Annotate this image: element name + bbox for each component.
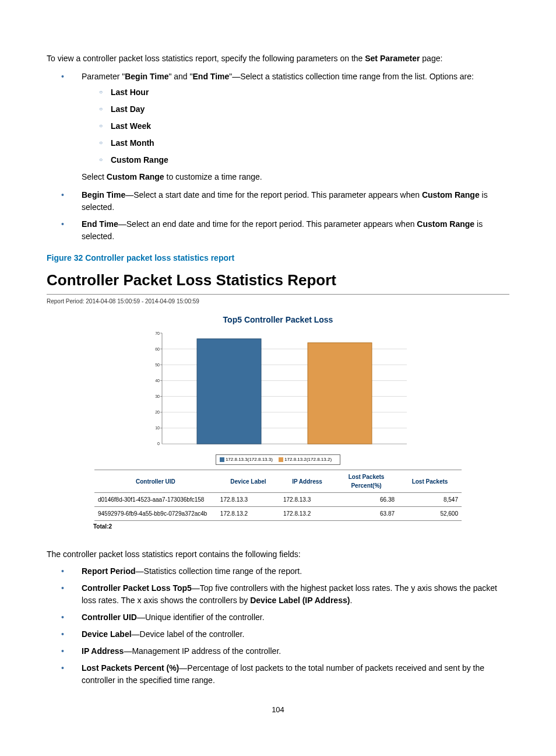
legend-item: 172.8.13.3(172.8.13.3) [220, 456, 273, 463]
list-item: Controller Packet Loss Top5—Top five con… [61, 582, 509, 607]
svg-text:70: 70 [155, 331, 160, 335]
option-item: Last Day [99, 103, 509, 116]
list-item: Controller UID—Unique identifier of the … [61, 611, 509, 624]
figure-caption: Figure 32 Controller packet loss statist… [47, 252, 509, 264]
col-header: Device Label [217, 470, 280, 493]
col-header: Controller UID [94, 470, 217, 493]
svg-text:60: 60 [155, 347, 160, 351]
post-intro: The controller packet loss statistics re… [47, 548, 509, 561]
svg-text:10: 10 [155, 426, 160, 430]
legend-swatch-icon [220, 457, 224, 462]
report-embed: Controller Packet Loss Statistics Report… [47, 269, 509, 531]
options-list: Last Hour Last Day Last Week Last Month … [82, 86, 509, 166]
table-row: d0146f8d-30f1-4523-aaa7-173036bfc158 172… [94, 493, 462, 507]
list-item: End Time—Select an end date and time for… [61, 218, 509, 243]
bar-chart: 0 10 20 30 40 [141, 330, 415, 452]
svg-text:20: 20 [155, 410, 160, 414]
list-item: Report Period—Statistics collection time… [61, 565, 509, 578]
intro-bold: Set Parameter [365, 54, 420, 63]
divider [47, 294, 509, 295]
list-item: Device Label—Device label of the control… [61, 628, 509, 640]
chart-title: Top5 Controller Packet Loss [47, 314, 509, 326]
option-item: Last Month [99, 137, 509, 149]
list-item: Begin Time—Select a start date and time … [61, 189, 509, 214]
sub-note: Select Custom Range to customize a time … [82, 171, 509, 183]
legend-swatch-icon [279, 457, 283, 462]
intro-paragraph: To view a controller packet loss statist… [47, 52, 509, 65]
svg-text:0: 0 [157, 442, 160, 446]
parameter-list: Parameter "Begin Time" and "End Time"—Se… [47, 71, 509, 243]
fields-list: Report Period—Statistics collection time… [47, 565, 509, 687]
list-item: Parameter "Begin Time" and "End Time"—Se… [61, 71, 509, 183]
table-row: 94592979-6fb9-4a55-bb9c-0729a372ac4b 172… [94, 507, 462, 521]
legend-item: 172.8.13.2(172.8.13.2) [279, 456, 332, 463]
table-total: Total:2 [93, 522, 509, 531]
option-item: Last Week [99, 120, 509, 132]
table-header-row: Controller UID Device Label IP Address L… [94, 470, 462, 493]
intro-suffix: page: [420, 54, 442, 63]
list-item: Lost Packets Percent (%)—Percentage of l… [61, 662, 509, 687]
svg-text:40: 40 [155, 379, 160, 383]
report-title: Controller Packet Loss Statistics Report [47, 269, 509, 292]
option-item: Last Hour [99, 86, 509, 99]
list-item: IP Address—Management IP address of the … [61, 645, 509, 657]
svg-text:50: 50 [155, 363, 160, 367]
col-header: Lost Packets [398, 470, 462, 493]
intro-prefix: To view a controller packet loss statist… [47, 54, 365, 63]
page-number: 104 [47, 704, 509, 716]
bar-series-1 [197, 339, 261, 444]
data-table: Controller UID Device Label IP Address L… [94, 470, 462, 521]
col-header: Lost Packets Percent(%) [335, 470, 398, 493]
chart-legend: 172.8.13.3(172.8.13.3) 172.8.13.2(172.8.… [216, 454, 340, 465]
bar-series-2 [308, 343, 372, 444]
option-item: Custom Range [99, 154, 509, 166]
chart-container: Top5 Controller Packet Loss 0 10 [47, 314, 509, 521]
svg-text:30: 30 [155, 394, 160, 398]
col-header: IP Address [280, 470, 335, 493]
report-period: Report Period: 2014-04-08 15:00:59 - 201… [47, 297, 509, 306]
